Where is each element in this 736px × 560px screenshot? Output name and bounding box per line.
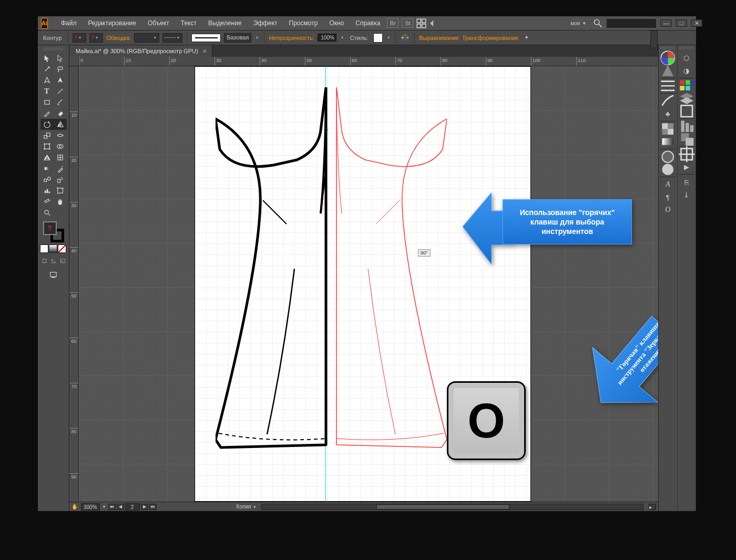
stroke-label[interactable]: Обводка:	[106, 35, 131, 41]
menu-select[interactable]: Выделение	[203, 17, 247, 29]
var-width-profile[interactable]: ▾	[162, 33, 182, 43]
paintbrush-tool[interactable]	[54, 97, 67, 108]
menu-object[interactable]: Объект	[143, 17, 174, 29]
color-mode-none[interactable]	[58, 245, 66, 253]
actions-panel-icon[interactable]: ▶	[678, 160, 696, 173]
menu-type[interactable]: Текст	[176, 17, 201, 29]
toolbox-grip[interactable]	[44, 47, 64, 50]
color-mode-gradient[interactable]	[49, 245, 57, 253]
hand-indicator[interactable]: ✋	[71, 504, 78, 510]
anchor-point[interactable]	[326, 128, 328, 131]
zoom-tool[interactable]	[40, 207, 54, 218]
transform-panel-icon[interactable]	[678, 148, 696, 160]
color-mode-solid[interactable]	[40, 245, 48, 253]
lasso-tool[interactable]	[54, 64, 67, 75]
draw-normal[interactable]: ◻	[40, 256, 49, 265]
scroll-right[interactable]: ▸	[649, 504, 656, 510]
cc-libraries-icon[interactable]: ◑	[678, 64, 696, 77]
stroke-panel-icon[interactable]	[659, 79, 677, 92]
free-transform-tool[interactable]	[40, 141, 54, 152]
dock-grip-2[interactable]	[679, 46, 694, 49]
align-panel-link[interactable]: Выравнивание	[419, 35, 459, 41]
last-artboard[interactable]: ⏭	[149, 504, 157, 510]
menu-view[interactable]: Просмотр	[284, 17, 323, 29]
column-graph-tool[interactable]	[40, 185, 54, 196]
document-tab[interactable]: Майка.ai* @ 300% (RGB/Предпросмотр GPU) …	[69, 45, 212, 57]
ruler-horizontal[interactable]: 0102030405060708090100110	[79, 57, 658, 66]
eraser-tool[interactable]	[54, 108, 67, 119]
transform-panel-link[interactable]: Трансформирование	[462, 35, 518, 41]
character-panel-icon[interactable]: A	[659, 178, 677, 191]
artboards-panel-icon[interactable]	[678, 105, 696, 117]
rotate-tool[interactable]	[40, 119, 54, 130]
gpu-icon[interactable]	[430, 18, 439, 28]
search-input[interactable]	[606, 18, 657, 28]
draw-behind[interactable]: ◺	[49, 256, 58, 265]
curvature-tool[interactable]	[54, 75, 67, 86]
rectangle-tool[interactable]	[40, 97, 54, 108]
search-icon[interactable]	[593, 18, 603, 28]
prev-artboard[interactable]: ◀	[117, 504, 124, 510]
hand-tool[interactable]	[54, 196, 67, 207]
selection-tool[interactable]	[40, 53, 54, 64]
maximize-button[interactable]: □	[676, 19, 687, 27]
dress-shape-right[interactable]	[326, 87, 447, 450]
bridge-icon[interactable]: Br	[387, 18, 398, 28]
links-panel-icon[interactable]: ⎘	[678, 176, 696, 188]
zoom-level[interactable]: 300%	[81, 503, 100, 511]
symbol-sprayer-tool[interactable]	[54, 174, 67, 185]
stock-icon[interactable]: St	[402, 18, 413, 28]
menu-file[interactable]: Файл	[56, 17, 81, 29]
arrange-docs-icon[interactable]	[416, 18, 426, 28]
blend-tool[interactable]	[40, 174, 54, 185]
artboard-tool[interactable]	[54, 185, 67, 196]
slice-tool[interactable]	[40, 196, 54, 207]
menu-edit[interactable]: Редактирование	[84, 17, 141, 29]
gradient-panel-icon[interactable]	[659, 135, 677, 148]
reflect-tool[interactable]	[54, 119, 67, 130]
recolor-icon[interactable]	[400, 33, 410, 43]
pathfinder-panel-icon[interactable]	[678, 133, 696, 145]
stroke-weight-field[interactable]: ▾	[134, 33, 159, 43]
width-tool[interactable]	[54, 130, 67, 141]
first-artboard[interactable]: ⏮	[108, 504, 116, 510]
graphic-style-swatch[interactable]	[373, 33, 383, 43]
horizontal-scrollbar[interactable]	[261, 504, 643, 510]
canvas[interactable]: 90° Использование "горячих" клавиш для в…	[79, 66, 658, 502]
type-tool[interactable]: T	[40, 86, 54, 97]
shape-builder-tool[interactable]	[54, 141, 67, 152]
magic-wand-tool[interactable]	[40, 64, 54, 75]
paragraph-panel-icon[interactable]: ¶	[659, 191, 677, 203]
ruler-vertical[interactable]: 102030405060708090	[69, 66, 79, 502]
graphic-styles-panel-icon[interactable]	[659, 163, 677, 176]
asset-export-panel-icon[interactable]: ⤓	[678, 188, 696, 201]
dress-shape-left[interactable]	[216, 87, 336, 450]
fill-stroke-indicator[interactable]	[43, 221, 64, 242]
line-tool[interactable]	[54, 86, 67, 97]
draw-inside[interactable]: ◱	[58, 256, 67, 265]
pencil-tool[interactable]	[40, 108, 54, 119]
symbols-panel-icon[interactable]: ♣	[659, 107, 677, 120]
menu-effect[interactable]: Эффект	[249, 17, 282, 29]
gradient-tool[interactable]	[40, 163, 54, 174]
libraries-panel-icon[interactable]: ⬡	[678, 52, 696, 64]
scale-tool[interactable]	[40, 130, 54, 141]
isolate-icon[interactable]: ✦	[522, 33, 531, 43]
pen-tool[interactable]	[40, 75, 54, 86]
opacity-value[interactable]	[318, 34, 336, 42]
stroke-swatch[interactable]: ?▾	[89, 33, 103, 43]
ruler-origin[interactable]	[69, 57, 79, 66]
artboard-number[interactable]: 2	[125, 503, 140, 511]
eyedropper-tool[interactable]	[54, 163, 67, 174]
next-artboard[interactable]: ▶	[141, 504, 148, 510]
brush-preview[interactable]	[191, 34, 221, 42]
perspective-grid-tool[interactable]	[40, 152, 54, 163]
screen-mode[interactable]	[46, 269, 62, 280]
panel-toggle[interactable]	[650, 30, 658, 48]
menu-help[interactable]: Справка	[351, 17, 385, 29]
minimize-button[interactable]: —	[660, 19, 672, 27]
mesh-tool[interactable]	[54, 152, 67, 163]
direct-selection-tool[interactable]	[54, 53, 67, 64]
workspace-switcher[interactable]: моя ▼	[567, 19, 590, 28]
color-guide-panel-icon[interactable]	[659, 64, 677, 77]
